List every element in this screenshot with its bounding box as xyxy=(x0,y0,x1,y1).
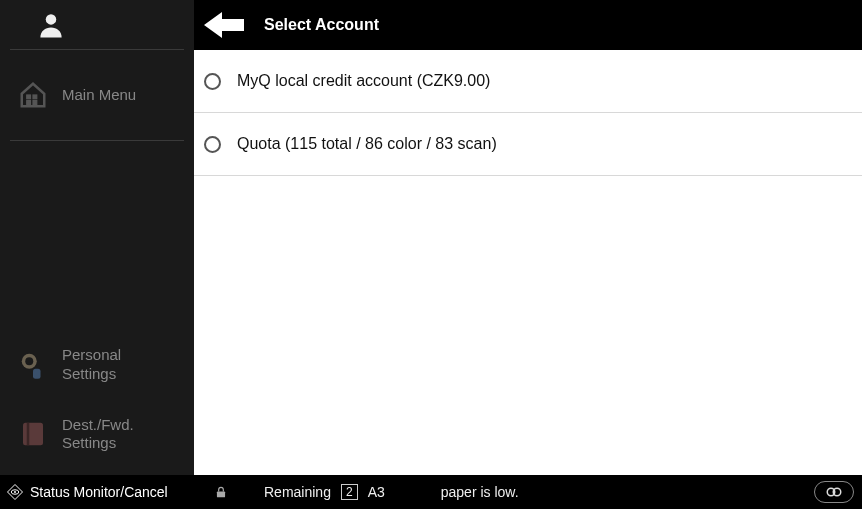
svg-rect-9 xyxy=(27,423,30,446)
radio-icon xyxy=(204,73,221,90)
account-label: Quota (115 total / 86 color / 83 scan) xyxy=(237,135,497,153)
account-option[interactable]: MyQ local credit account (CZK9.00) xyxy=(194,50,862,113)
status-message: paper is low. xyxy=(441,484,519,500)
svg-rect-3 xyxy=(27,101,31,105)
sidebar-item-label: Personal Settings xyxy=(62,346,121,384)
sidebar-item-label: Main Menu xyxy=(62,86,136,105)
paper-size: A3 xyxy=(368,484,385,500)
radio-icon xyxy=(204,136,221,153)
svg-point-0 xyxy=(46,14,57,25)
sidebar-item-dest-fwd-settings[interactable]: Dest./Fwd. Settings xyxy=(0,400,194,476)
keychain-icon xyxy=(18,350,48,380)
status-message-area: Remaining 2 A3 paper is low. xyxy=(194,481,862,503)
svg-rect-4 xyxy=(33,101,37,105)
svg-rect-8 xyxy=(23,423,43,446)
account-option[interactable]: Quota (115 total / 86 color / 83 scan) xyxy=(194,113,862,176)
sidebar-item-label: Dest./Fwd. Settings xyxy=(62,416,134,454)
svg-point-6 xyxy=(25,357,33,365)
sidebar-user[interactable] xyxy=(10,0,184,50)
svg-rect-7 xyxy=(33,369,41,379)
svg-rect-1 xyxy=(27,95,31,99)
config-button[interactable] xyxy=(814,481,854,503)
sidebar-item-personal-settings[interactable]: Personal Settings xyxy=(0,330,194,400)
sidebar-item-main-menu[interactable]: Main Menu xyxy=(10,50,184,141)
status-bar: Status Monitor/Cancel Remaining 2 A3 pap… xyxy=(0,475,862,509)
sidebar: Main Menu Personal Settings Dest./Fwd. S… xyxy=(0,0,194,475)
header: Select Account xyxy=(194,0,862,50)
user-icon xyxy=(36,10,66,40)
page-title: Select Account xyxy=(264,16,379,34)
svg-rect-2 xyxy=(33,95,37,99)
home-icon xyxy=(18,80,48,110)
back-arrow-icon[interactable] xyxy=(204,11,244,39)
link-icon xyxy=(825,484,843,500)
status-monitor-button[interactable]: Status Monitor/Cancel xyxy=(0,483,194,501)
status-monitor-label: Status Monitor/Cancel xyxy=(30,484,168,500)
svg-point-11 xyxy=(14,491,16,493)
svg-rect-12 xyxy=(217,491,225,497)
remaining-label: Remaining xyxy=(264,484,331,500)
account-list: MyQ local credit account (CZK9.00) Quota… xyxy=(194,50,862,475)
remaining-count: 2 xyxy=(341,484,358,500)
account-label: MyQ local credit account (CZK9.00) xyxy=(237,72,490,90)
main-panel: Select Account MyQ local credit account … xyxy=(194,0,862,475)
diamond-eye-icon xyxy=(6,483,24,501)
lock-icon xyxy=(214,485,228,499)
address-book-icon xyxy=(18,419,48,449)
